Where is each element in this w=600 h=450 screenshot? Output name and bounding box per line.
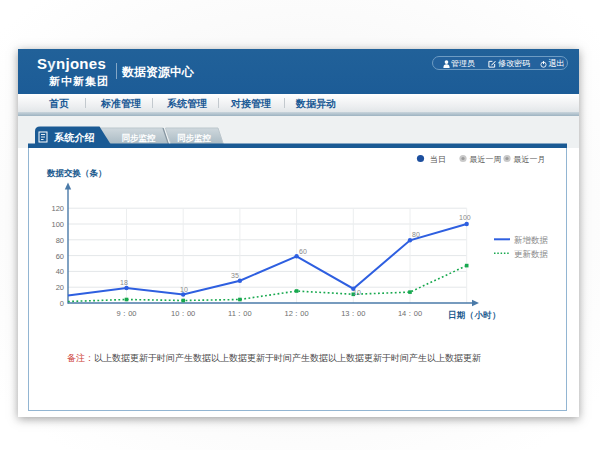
svg-text:系统介绍: 系统介绍 [53,132,95,143]
svg-text:最近一周: 最近一周 [470,155,502,164]
svg-text:60: 60 [299,248,307,255]
svg-text:35: 35 [231,272,239,279]
svg-text:9：00: 9：00 [116,309,136,318]
svg-text:120: 120 [51,204,64,213]
svg-text:40: 40 [56,267,64,276]
svg-text:0: 0 [60,299,64,308]
svg-text:当日: 当日 [430,155,446,164]
svg-text:更新数据: 更新数据 [514,249,549,259]
svg-text:60: 60 [56,252,64,261]
svg-text:100: 100 [459,214,471,221]
svg-text:80: 80 [412,231,420,238]
svg-text:20: 20 [56,283,64,292]
svg-text:100: 100 [51,220,64,229]
svg-text:18: 18 [120,279,128,286]
svg-text:新增数据: 新增数据 [514,235,549,245]
svg-text:同步监控: 同步监控 [122,133,157,143]
svg-text:10: 10 [353,289,361,296]
svg-text:11：00: 11：00 [228,309,252,318]
svg-text:10: 10 [180,286,188,293]
svg-text:12：00: 12：00 [285,309,309,318]
svg-text:同步监控: 同步监控 [177,133,212,143]
svg-text:13：00: 13：00 [341,309,365,318]
svg-text:14：00: 14：00 [398,309,422,318]
svg-text:80: 80 [56,236,64,245]
svg-text:备注：以上数据更新于时间产生数据以上数据更新于时间产生数据以: 备注：以上数据更新于时间产生数据以上数据更新于时间产生数据以上数据更新于时间产生… [67,353,481,363]
svg-text:最近一月: 最近一月 [514,155,546,164]
svg-text:日期（小时）: 日期（小时） [448,310,501,320]
svg-text:10：00: 10：00 [171,309,195,318]
svg-text:数据交换（条）: 数据交换（条） [46,168,107,178]
